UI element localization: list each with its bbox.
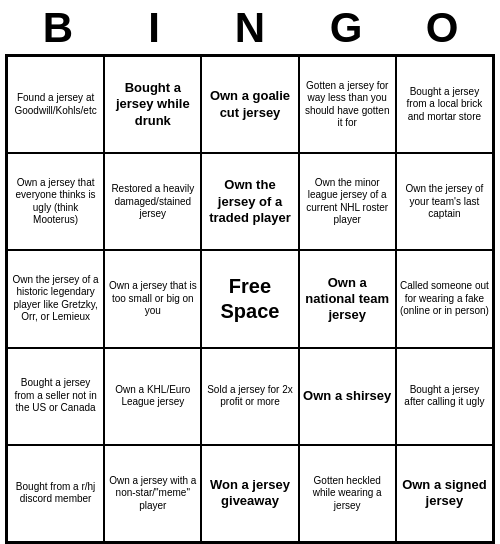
- bingo-cell-r1c2[interactable]: Own the jersey of a traded player: [201, 153, 298, 250]
- bingo-cell-r1c3[interactable]: Own the minor league jersey of a current…: [299, 153, 396, 250]
- bingo-cell-r2c4[interactable]: Called someone out for wearing a fake (o…: [396, 250, 493, 347]
- bingo-cell-r4c2[interactable]: Won a jersey giveaway: [201, 445, 298, 542]
- letter-g: G: [302, 4, 390, 52]
- bingo-cell-r4c4[interactable]: Own a signed jersey: [396, 445, 493, 542]
- bingo-cell-r0c0[interactable]: Found a jersey at Goodwill/Kohls/etc: [7, 56, 104, 153]
- letter-o: O: [398, 4, 486, 52]
- bingo-cell-r1c0[interactable]: Own a jersey that everyone thinks is ugl…: [7, 153, 104, 250]
- letter-i: I: [110, 4, 198, 52]
- bingo-cell-r3c0[interactable]: Bought a jersey from a seller not in the…: [7, 348, 104, 445]
- bingo-cell-r1c4[interactable]: Own the jersey of your team's last capta…: [396, 153, 493, 250]
- bingo-cell-r0c1[interactable]: Bought a jersey while drunk: [104, 56, 201, 153]
- bingo-cell-r2c0[interactable]: Own the jersey of a historic legendary p…: [7, 250, 104, 347]
- bingo-cell-r1c1[interactable]: Restored a heavily damaged/stained jerse…: [104, 153, 201, 250]
- bingo-cell-r0c3[interactable]: Gotten a jersey for way less than you sh…: [299, 56, 396, 153]
- bingo-cell-r3c2[interactable]: Sold a jersey for 2x profit or more: [201, 348, 298, 445]
- letter-b: B: [14, 4, 102, 52]
- bingo-grid: Found a jersey at Goodwill/Kohls/etcBoug…: [5, 54, 495, 544]
- bingo-cell-r3c3[interactable]: Own a shirsey: [299, 348, 396, 445]
- bingo-cell-r4c0[interactable]: Bought from a r/hj discord member: [7, 445, 104, 542]
- bingo-title: B I N G O: [10, 0, 490, 54]
- bingo-cell-r4c3[interactable]: Gotten heckled while wearing a jersey: [299, 445, 396, 542]
- bingo-cell-r3c4[interactable]: Bought a jersey after calling it ugly: [396, 348, 493, 445]
- bingo-cell-r3c1[interactable]: Own a KHL/Euro League jersey: [104, 348, 201, 445]
- bingo-cell-r0c2[interactable]: Own a goalie cut jersey: [201, 56, 298, 153]
- bingo-cell-r0c4[interactable]: Bought a jersey from a local brick and m…: [396, 56, 493, 153]
- letter-n: N: [206, 4, 294, 52]
- bingo-cell-r2c1[interactable]: Own a jersey that is too small or big on…: [104, 250, 201, 347]
- bingo-cell-r4c1[interactable]: Own a jersey with a non-star/"meme" play…: [104, 445, 201, 542]
- bingo-cell-r2c2[interactable]: Free Space: [201, 250, 298, 347]
- bingo-cell-r2c3[interactable]: Own a national team jersey: [299, 250, 396, 347]
